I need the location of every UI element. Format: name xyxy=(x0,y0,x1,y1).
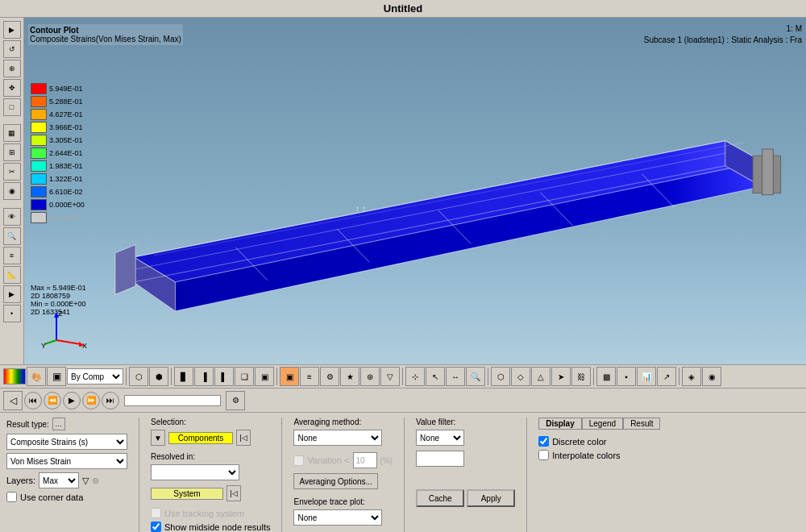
tb-search[interactable]: ⊛ xyxy=(360,367,380,386)
tb-node2[interactable]: ⊹ xyxy=(405,367,425,386)
tb-anim[interactable]: ▶ xyxy=(3,285,21,303)
legend-tab[interactable]: Legend xyxy=(582,418,623,429)
tb-move[interactable]: ↔ xyxy=(446,367,465,386)
selection-dropdown-btn[interactable]: ▼ xyxy=(151,430,165,446)
tb-section[interactable]: ≡ xyxy=(3,247,21,264)
midside-checkbox[interactable] xyxy=(151,522,161,532)
tracking-checkbox[interactable] xyxy=(151,508,161,518)
tb-zoom2[interactable]: 🔍 xyxy=(466,367,485,386)
axes-indicator: Z Y X xyxy=(40,308,97,348)
resolved-in-label: Resolved in: xyxy=(151,452,270,461)
tb-bar3[interactable]: ▌ xyxy=(214,367,234,386)
tb-rewind[interactable]: ⏪ xyxy=(44,392,61,409)
filter-icon2[interactable]: ⊚ xyxy=(92,476,99,486)
result-type-menu[interactable]: … xyxy=(52,418,65,430)
tb-settings[interactable]: ⚙ xyxy=(320,367,339,386)
averaging-method-select[interactable]: None xyxy=(293,430,382,446)
tb-bar1[interactable]: ▊ xyxy=(174,367,193,386)
variation-value[interactable] xyxy=(353,452,377,468)
use-corner-checkbox[interactable] xyxy=(6,492,17,502)
filter-icon[interactable]: ▽ xyxy=(82,476,89,486)
tb-back[interactable]: ◁ xyxy=(3,391,23,410)
tb-play[interactable]: ▶ xyxy=(63,392,81,409)
tb-star[interactable]: ★ xyxy=(340,367,359,386)
tb-col1[interactable]: ▣ xyxy=(280,367,299,386)
tb-probe[interactable]: 🔍 xyxy=(3,227,21,245)
tb-model[interactable]: ▦ xyxy=(3,124,21,142)
tb-arrow[interactable]: ➤ xyxy=(551,367,571,386)
main-toolbar: 🎨 ▣ By Comp ⬡ ⬢ ▊ ▐ ▌ ❑ ▣ ▣ ≡ ⚙ ★ ⊛ ▽ ⊹ … xyxy=(0,364,806,389)
progress-bar[interactable] xyxy=(124,395,221,406)
tb-rotate[interactable]: ↺ xyxy=(3,40,21,58)
tb-export[interactable]: ↗ xyxy=(657,367,676,386)
envelope-select[interactable]: None xyxy=(293,509,382,526)
components-box[interactable]: Components xyxy=(168,432,233,444)
resolved-in-select[interactable] xyxy=(151,464,239,480)
tb-palette[interactable]: 🎨 xyxy=(27,367,46,386)
selection-action-btn[interactable]: |◁ xyxy=(236,430,251,446)
layers-select[interactable]: Max xyxy=(39,472,79,488)
svg-text:Y: Y xyxy=(41,342,46,348)
averaging-options-btn[interactable]: Averaging Options... xyxy=(293,473,377,489)
display-section: Display Legend Result Discrete color Int… xyxy=(538,418,660,460)
tb-contour[interactable]: ◉ xyxy=(3,182,21,200)
system-action-btn[interactable]: |◁ xyxy=(226,485,241,501)
variation-checkbox[interactable] xyxy=(293,455,304,466)
scale-color-4 xyxy=(31,135,47,146)
tb-diamond[interactable]: ◇ xyxy=(511,367,530,386)
tb-cursor[interactable]: ↖ xyxy=(426,367,445,386)
scale-row-6: 1.983E-01 xyxy=(31,160,85,172)
tb-skip-fwd[interactable]: ⏭ xyxy=(102,392,119,409)
tb-settings2[interactable]: ⚙ xyxy=(226,391,245,410)
tb-graph[interactable]: 📊 xyxy=(637,367,656,386)
tb-tri[interactable]: △ xyxy=(531,367,550,386)
apply-button[interactable]: Apply xyxy=(467,489,515,507)
tb-cube4[interactable]: ▪ xyxy=(617,367,636,386)
von-mises-select[interactable]: Von Mises Strain xyxy=(6,453,127,469)
contour-info: Contour Plot Composite Strains(Von Mises… xyxy=(28,24,183,45)
interpolate-checkbox[interactable] xyxy=(538,450,549,460)
tb-cube[interactable]: ⬡ xyxy=(129,367,148,386)
tb-filter[interactable]: ▽ xyxy=(380,367,400,386)
bycomp-select[interactable]: By Comp xyxy=(67,368,123,384)
result-type-select[interactable]: Composite Strains (s) xyxy=(6,434,127,450)
value-filter-select[interactable]: None xyxy=(416,430,464,446)
tb-extra1[interactable]: ◈ xyxy=(682,367,701,386)
tb-solid[interactable]: ▣ xyxy=(47,367,66,386)
tb-fit[interactable]: □ xyxy=(3,98,21,116)
tb-measure[interactable]: 📐 xyxy=(3,266,21,284)
tb-grp1[interactable]: ❑ xyxy=(235,367,254,386)
tb-bar2[interactable]: ▐ xyxy=(194,367,214,386)
tb-skip-back[interactable]: ⏮ xyxy=(24,392,42,409)
scale-val-4: 3.305E-01 xyxy=(49,136,83,144)
tb-grp2[interactable]: ▣ xyxy=(255,367,274,386)
tb-eye[interactable]: 👁 xyxy=(3,208,21,226)
display-tab[interactable]: Display xyxy=(538,418,582,429)
result-tab[interactable]: Result xyxy=(623,418,660,429)
tb-colorbar[interactable] xyxy=(3,368,26,384)
tb-link[interactable]: ⛓ xyxy=(571,367,591,386)
tb-extra2[interactable]: ◉ xyxy=(702,367,721,386)
scale-color-3 xyxy=(31,122,47,133)
value-filter-label: Value filter: xyxy=(416,418,515,426)
value-filter-input[interactable] xyxy=(416,451,464,467)
scale-val-2: 4.627E-01 xyxy=(49,110,83,118)
tb-forward[interactable]: ⏩ xyxy=(82,392,100,409)
subcase-label: 1: M xyxy=(787,24,802,33)
system-box[interactable]: System xyxy=(151,488,223,500)
tb-zoom[interactable]: ⊕ xyxy=(3,60,21,77)
tb-select[interactable]: ▶ xyxy=(3,21,21,39)
tb-cube2[interactable]: ⬢ xyxy=(149,367,168,386)
color-scale: 5.949E-01 5.288E-01 4.627E-01 3.966E-01 … xyxy=(31,82,85,224)
tb-pan[interactable]: ✥ xyxy=(3,79,21,97)
tb-hex[interactable]: ⬡ xyxy=(491,367,510,386)
scale-val-3: 3.966E-01 xyxy=(49,123,83,131)
tb-node[interactable]: • xyxy=(3,305,21,322)
discrete-color-checkbox[interactable] xyxy=(538,436,549,447)
tb-cut[interactable]: ✂ xyxy=(3,163,21,181)
discrete-color-label: Discrete color xyxy=(552,437,606,447)
tb-mesh[interactable]: ⊞ xyxy=(3,143,21,161)
tb-cube3[interactable]: ▩ xyxy=(596,367,616,386)
cache-button[interactable]: Cache xyxy=(416,489,464,507)
tb-col2[interactable]: ≡ xyxy=(300,367,319,386)
